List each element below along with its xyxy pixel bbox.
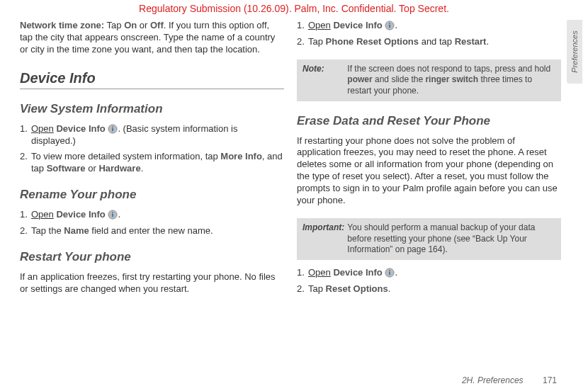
device-info-label: Device Info bbox=[54, 209, 108, 220]
list-item: 2.Tap Reset Options. bbox=[308, 283, 561, 295]
right-column: 1.Open Device Info . 2.Tap Phone Reset O… bbox=[297, 20, 561, 384]
on-label: On bbox=[124, 20, 137, 30]
open-link[interactable]: Open bbox=[31, 209, 54, 220]
step-number: 1. bbox=[297, 20, 305, 32]
list-item: 1.Open Device Info . (Basic system infor… bbox=[31, 123, 284, 147]
text: If the screen does not respond to taps, … bbox=[347, 64, 550, 74]
device-info-label: Device Info bbox=[331, 267, 385, 278]
note-box: Note: If the screen does not respond to … bbox=[297, 60, 561, 101]
step-number: 1. bbox=[297, 267, 305, 279]
step-number: 2. bbox=[20, 225, 28, 237]
power-label: power bbox=[347, 74, 372, 84]
text: . bbox=[486, 36, 489, 47]
text: Tap bbox=[308, 283, 326, 294]
confidential-watermark: Regulatory Submission (10.26.09). Palm, … bbox=[0, 3, 588, 14]
device-info-label: Device Info bbox=[331, 20, 385, 30]
list-item: 1.Open Device Info . bbox=[308, 20, 561, 32]
list-item: 2.Tap the Name field and enter the new n… bbox=[31, 225, 284, 237]
open-link[interactable]: Open bbox=[31, 123, 54, 134]
step-number: 2. bbox=[297, 283, 305, 295]
text: field and enter the new name. bbox=[89, 225, 213, 236]
info-icon bbox=[385, 21, 395, 30]
svg-rect-1 bbox=[113, 128, 114, 130]
hardware-label: Hardware bbox=[98, 163, 140, 174]
heading-restart-phone: Restart Your phone bbox=[20, 250, 284, 264]
important-box: Important: You should perform a manual b… bbox=[297, 218, 561, 260]
text: . bbox=[388, 283, 391, 294]
text: To view more detailed system information… bbox=[31, 151, 220, 162]
svg-rect-10 bbox=[390, 271, 391, 274]
heading-rename-phone: Rename Your phone bbox=[20, 188, 284, 202]
note-label: Note: bbox=[303, 64, 345, 75]
off-label: Off bbox=[150, 20, 164, 30]
list-item: 1.Open Device Info . bbox=[308, 267, 561, 279]
more-info-label: More Info bbox=[220, 151, 262, 162]
page-footer: 2H. Preferences 171 bbox=[462, 375, 557, 385]
page-content: Network time zone: Tap On or Off. If you… bbox=[0, 0, 588, 391]
name-field-label: Name bbox=[64, 225, 89, 236]
open-link[interactable]: Open bbox=[308, 20, 331, 30]
restart-label: Restart bbox=[455, 36, 487, 47]
heading-erase-data: Erase Data and Reset Your Phone bbox=[297, 114, 561, 128]
erase-para: If restarting your phone does not solve … bbox=[297, 135, 561, 207]
svg-point-11 bbox=[390, 270, 391, 271]
text: . bbox=[395, 20, 397, 30]
text: or bbox=[137, 20, 150, 30]
text: . bbox=[395, 267, 397, 278]
text: and slide the bbox=[373, 74, 426, 84]
text: and tap bbox=[419, 36, 455, 47]
side-tab-preferences: Preferences bbox=[567, 20, 582, 84]
svg-point-8 bbox=[390, 23, 391, 24]
svg-rect-7 bbox=[390, 25, 391, 28]
phone-reset-options-label: Phone Reset Options bbox=[326, 36, 419, 47]
view-system-steps: 1.Open Device Info . (Basic system infor… bbox=[20, 123, 284, 180]
important-body: You should perform a manual backup of yo… bbox=[347, 222, 553, 256]
svg-point-5 bbox=[113, 212, 114, 213]
info-icon bbox=[385, 268, 395, 278]
reset-options-label: Reset Options bbox=[326, 283, 388, 294]
info-icon bbox=[108, 210, 118, 220]
important-label: Important: bbox=[303, 222, 345, 234]
step-number: 2. bbox=[297, 36, 305, 48]
footer-section: 2H. Preferences bbox=[462, 375, 524, 385]
text: Tap bbox=[308, 36, 326, 47]
list-item: 2.Tap Phone Reset Options and tap Restar… bbox=[308, 36, 561, 48]
software-label: Software bbox=[47, 163, 86, 174]
svg-rect-4 bbox=[113, 214, 114, 217]
heading-view-system-information: View System Information bbox=[20, 102, 284, 116]
rename-steps: 1.Open Device Info . 2.Tap the Name fiel… bbox=[20, 209, 284, 242]
text: or bbox=[86, 163, 99, 174]
text: Tap bbox=[104, 20, 124, 30]
ringer-switch-label: ringer switch bbox=[425, 74, 478, 84]
step-number: 2. bbox=[20, 151, 28, 163]
text: Tap the bbox=[31, 225, 64, 236]
step-number: 1. bbox=[20, 123, 28, 135]
step-number: 1. bbox=[20, 209, 28, 221]
network-time-zone-para: Network time zone: Tap On or Off. If you… bbox=[20, 20, 284, 56]
ntz-label: Network time zone: bbox=[20, 20, 104, 30]
restart-steps: 1.Open Device Info . 2.Tap Phone Reset O… bbox=[297, 20, 561, 52]
page-number: 171 bbox=[543, 375, 557, 385]
list-item: 1.Open Device Info . bbox=[31, 209, 284, 221]
erase-steps: 1.Open Device Info . 2.Tap Reset Options… bbox=[297, 267, 561, 300]
svg-point-2 bbox=[113, 126, 114, 128]
restart-para: If an application freezes, first try res… bbox=[20, 271, 284, 295]
info-icon bbox=[108, 124, 118, 134]
device-info-label: Device Info bbox=[54, 123, 108, 134]
list-item: 2.To view more detailed system informati… bbox=[31, 151, 284, 175]
side-tab-label: Preferences bbox=[570, 30, 579, 72]
open-link[interactable]: Open bbox=[308, 267, 331, 278]
text: . bbox=[118, 209, 120, 220]
heading-device-info: Device Info bbox=[20, 70, 284, 89]
left-column: Network time zone: Tap On or Off. If you… bbox=[20, 20, 284, 384]
text: . bbox=[141, 163, 144, 174]
note-body: If the screen does not respond to taps, … bbox=[347, 64, 553, 97]
